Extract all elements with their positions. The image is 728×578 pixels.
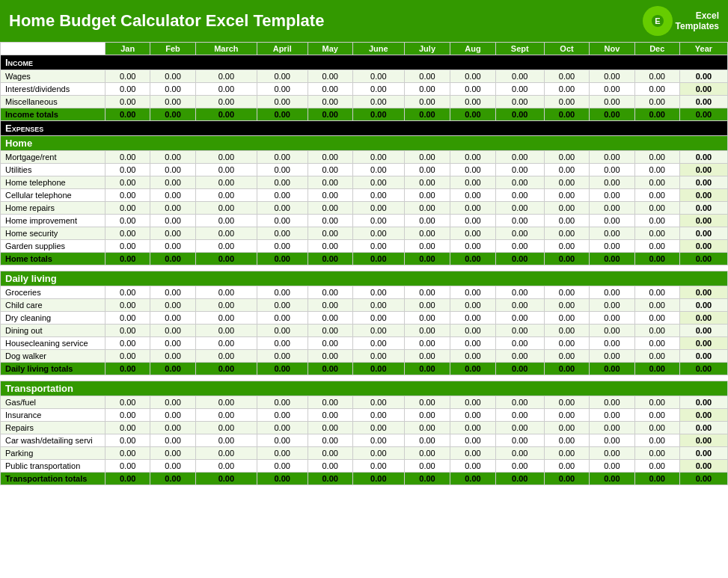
home-repairs-row: Home repairs 0.000.000.000.000.000.000.0… [1, 202, 728, 215]
spacer-2 [1, 375, 728, 381]
dailyliving-label: Daily living [1, 271, 728, 286]
wages-oct[interactable]: 0.00 [544, 70, 589, 83]
budget-table: Jan Feb March April May June July Aug Se… [0, 42, 728, 485]
interest-label: Interest/dividends [1, 83, 105, 96]
misc-row: Miscellaneous 0.00 0.00 0.00 0.00 0.00 0… [1, 96, 728, 108]
col-may: May [308, 43, 352, 55]
drycleaning-row: Dry cleaning 0.000.000.000.000.000.000.0… [1, 312, 728, 325]
col-aug: Aug [450, 43, 495, 55]
col-feb: Feb [150, 43, 195, 55]
wages-sep[interactable]: 0.00 [495, 70, 544, 83]
spacer-1 [1, 265, 728, 271]
column-header-row: Jan Feb March April May June July Aug Se… [1, 43, 728, 55]
home-improvement-row: Home improvement 0.000.000.000.000.000.0… [1, 215, 728, 227]
wages-jul[interactable]: 0.00 [404, 70, 450, 83]
parking-row: Parking 0.000.000.000.000.000.000.000.00… [1, 447, 728, 460]
income-totals-label: Income totals [1, 108, 105, 121]
gasfuel-row: Gas/fuel 0.000.000.000.000.000.000.000.0… [1, 396, 728, 409]
svg-text:E: E [655, 16, 660, 25]
transport-label: Transportation [1, 381, 728, 396]
dailyliving-section-header: Daily living [1, 271, 728, 286]
garden-row: Garden supplies 0.000.000.000.000.000.00… [1, 240, 728, 253]
mortgage-row: Mortgage/rent 0.000.000.000.000.000.000.… [1, 151, 728, 164]
wages-aug[interactable]: 0.00 [450, 70, 495, 83]
repairs-row: Repairs 0.000.000.000.000.000.000.000.00… [1, 422, 728, 434]
col-oct: Oct [544, 43, 589, 55]
housecleaning-row: Housecleaning service 0.000.000.000.000.… [1, 337, 728, 350]
logo-icon: E [643, 6, 673, 36]
wages-feb[interactable]: 0.00 [150, 70, 195, 83]
title-text: Home Budget Calculator Excel Template [9, 11, 324, 31]
utilities-row: Utilities 0.000.000.000.000.000.000.000.… [1, 164, 728, 176]
logo-text: Excel Templates [676, 10, 719, 31]
publictransport-row: Public transportation 0.000.000.000.000.… [1, 460, 728, 473]
col-july: July [404, 43, 450, 55]
childcare-row: Child care 0.000.000.000.000.000.000.000… [1, 299, 728, 312]
dailyliving-totals-row: Daily living totals 0.000.000.000.000.00… [1, 363, 728, 375]
interest-row: Interest/dividends 0.00 0.00 0.00 0.00 0… [1, 83, 728, 96]
groceries-row: Groceries 0.000.000.000.000.000.000.000.… [1, 286, 728, 299]
col-dec: Dec [634, 43, 679, 55]
col-jan: Jan [105, 43, 150, 55]
transport-section-header: Transportation [1, 381, 728, 396]
income-section-header: Income [1, 55, 728, 70]
wages-jun[interactable]: 0.00 [352, 70, 404, 83]
wages-apr[interactable]: 0.00 [257, 70, 308, 83]
home-label: Home [1, 136, 728, 151]
transport-totals-row: Transportation totals 0.000.000.000.000.… [1, 473, 728, 485]
wages-row: Wages 0.00 0.00 0.00 0.00 0.00 0.00 0.00… [1, 70, 728, 83]
wages-nov[interactable]: 0.00 [590, 70, 634, 83]
wages-may[interactable]: 0.00 [308, 70, 352, 83]
wages-mar[interactable]: 0.00 [195, 70, 257, 83]
col-april: April [257, 43, 308, 55]
expenses-section-header: Expenses [1, 121, 728, 136]
home-totals-row: Home totals 0.000.000.000.000.000.000.00… [1, 253, 728, 265]
label-header [1, 43, 105, 55]
diningout-row: Dining out 0.000.000.000.000.000.000.000… [1, 325, 728, 337]
insurance-row: Insurance 0.000.000.000.000.000.000.000.… [1, 409, 728, 422]
wages-dec[interactable]: 0.00 [634, 70, 679, 83]
income-totals-row: Income totals 0.00 0.00 0.00 0.00 0.00 0… [1, 108, 728, 121]
income-label: Income [1, 55, 728, 70]
col-june: June [352, 43, 404, 55]
dogwalker-row: Dog walker 0.000.000.000.000.000.000.000… [1, 350, 728, 363]
col-nov: Nov [590, 43, 634, 55]
main-title: Home Budget Calculator Excel Template E … [0, 0, 728, 42]
cellular-row: Cellular telephone 0.000.000.000.000.000… [1, 189, 728, 202]
col-year: Year [679, 43, 727, 55]
wages-jan[interactable]: 0.00 [105, 70, 150, 83]
logo-area: E Excel Templates [643, 6, 719, 36]
col-march: March [195, 43, 257, 55]
home-telephone-row: Home telephone 0.000.000.000.000.000.000… [1, 176, 728, 189]
home-security-row: Home security 0.000.000.000.000.000.000.… [1, 227, 728, 240]
wages-year: 0.00 [679, 70, 727, 83]
home-section-header: Home [1, 136, 728, 151]
col-sept: Sept [495, 43, 544, 55]
misc-label: Miscellaneous [1, 96, 105, 108]
carwash-row: Car wash/detailing servi 0.000.000.000.0… [1, 434, 728, 447]
expenses-label: Expenses [1, 121, 728, 136]
wages-label: Wages [1, 70, 105, 83]
